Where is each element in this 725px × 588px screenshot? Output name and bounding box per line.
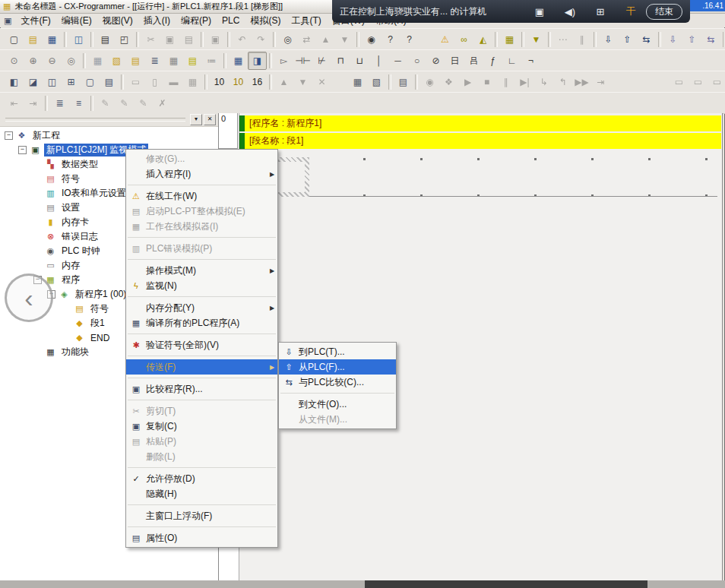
- paste-program-icon[interactable]: ▣: [206, 30, 225, 49]
- work-online-icon[interactable]: ⚠: [435, 30, 454, 49]
- data-display-1-icon[interactable]: ▭: [670, 73, 689, 91]
- menu-simulation[interactable]: 模拟(S): [245, 14, 286, 28]
- menu-tools[interactable]: 工具(T): [286, 14, 326, 28]
- save-file-icon[interactable]: ▦: [43, 30, 62, 49]
- monitor-icon[interactable]: ∞: [454, 30, 473, 49]
- panel-menu-button[interactable]: ▾: [190, 114, 202, 125]
- sim-step-in-icon[interactable]: ↳: [534, 73, 553, 91]
- compare-with-plc-icon[interactable]: ⇆: [637, 30, 656, 49]
- simulator-online-icon[interactable]: ◉: [420, 73, 439, 91]
- menu-item-delete[interactable]: 删除(L): [126, 449, 277, 464]
- tree-expander-icon[interactable]: [5, 131, 13, 140]
- monitor-all-icon[interactable]: ◭: [473, 30, 492, 49]
- ladder-view-icon[interactable]: ▤: [183, 52, 202, 70]
- menu-file[interactable]: 文件(F): [15, 14, 55, 28]
- menu-item-copy[interactable]: ▣ 复制(C): [126, 419, 277, 434]
- submenu-item-from-plc[interactable]: ⇧ 从PLC(F)...: [279, 359, 396, 375]
- save-monitor-settings-icon[interactable]: ▦: [348, 73, 367, 91]
- toggle-properties-icon[interactable]: ▤: [100, 73, 119, 91]
- menu-item-start-plc-pt-simulation[interactable]: ▤ 启动PLC-PT整体模拟(E): [126, 204, 277, 219]
- menu-item-allow-docking[interactable]: ✓ 允许停放(D): [126, 471, 277, 486]
- new-or-contact-icon[interactable]: ⊓: [331, 52, 350, 70]
- comment-view-icon[interactable]: ≔: [202, 52, 221, 70]
- help-icon[interactable]: ?: [381, 30, 400, 49]
- open-file-icon[interactable]: ▤: [24, 30, 43, 49]
- submenu-item-to-file[interactable]: 到文件(O)...: [279, 397, 396, 412]
- toggle-watch-window-icon[interactable]: ◫: [43, 73, 62, 91]
- new-vertical-icon[interactable]: │: [369, 52, 388, 70]
- delete-line-icon[interactable]: ¬: [521, 52, 540, 70]
- find-icon[interactable]: ◎: [278, 30, 297, 49]
- data-display-3-icon[interactable]: ▭: [708, 73, 725, 91]
- force-off-icon[interactable]: ▼: [293, 73, 312, 91]
- toggle-output-window-icon[interactable]: ◪: [24, 73, 43, 91]
- download-to-plc-icon[interactable]: ⇩: [599, 30, 618, 49]
- cut-icon[interactable]: ✂: [141, 30, 160, 49]
- monitor-window-2-icon[interactable]: ▯: [145, 73, 164, 91]
- find-in-project-icon[interactable]: ◫: [69, 30, 88, 49]
- toggle-cross-reference-icon[interactable]: ⊞: [62, 73, 81, 91]
- overview-icon[interactable]: ▧: [107, 52, 126, 70]
- menu-item-monitor[interactable]: ϟ 监视(N): [126, 278, 277, 293]
- rung-annotation-list-icon[interactable]: ≣: [50, 94, 69, 112]
- sim-run-icon[interactable]: ▶: [458, 73, 477, 91]
- menu-item-validate-symbols[interactable]: ✱ 验证符号(全部)(V): [126, 337, 277, 352]
- new-horizontal-icon[interactable]: ─: [388, 52, 407, 70]
- section-list-icon[interactable]: ▦: [164, 52, 183, 70]
- submenu-item-compare-with-plc[interactable]: ⇆ 与PLC比较(C)...: [279, 375, 396, 390]
- menu-plc[interactable]: PLC: [217, 14, 245, 27]
- new-or-closed-contact-icon[interactable]: ⊔: [350, 52, 369, 70]
- hex-monitor-icon[interactable]: 16: [248, 73, 267, 91]
- print-preview-icon[interactable]: ◰: [115, 30, 134, 49]
- sim-step-out-icon[interactable]: ↰: [553, 73, 572, 91]
- signed-decimal-monitor-icon[interactable]: 10: [229, 73, 248, 91]
- copy-icon[interactable]: ▣: [160, 30, 179, 49]
- collapse-handle[interactable]: ‹: [5, 273, 53, 322]
- tree-item-new-project[interactable]: ❖ 新工程: [0, 128, 218, 143]
- toggle-grid-icon[interactable]: ▦: [88, 52, 107, 70]
- rung-wrap-icon[interactable]: ▤: [126, 52, 145, 70]
- replace-icon[interactable]: ⇄: [297, 30, 316, 49]
- toggle-project-window-icon[interactable]: ◧: [5, 73, 24, 91]
- pause-monitor-icon[interactable]: ∥: [572, 30, 591, 49]
- partial-upload-icon[interactable]: ⇧: [682, 30, 701, 49]
- marker-pen-1-icon[interactable]: ✎: [96, 94, 115, 112]
- address-reference-tool-icon[interactable]: ◨: [248, 52, 267, 70]
- menu-item-compare-program[interactable]: ▣ 比较程序(R)...: [126, 381, 277, 397]
- data-trace-icon[interactable]: ▦: [183, 73, 202, 91]
- new-fb-invocation-icon[interactable]: ƒ: [483, 52, 502, 70]
- marker-pen-3-icon[interactable]: ✎: [134, 94, 153, 112]
- panel-close-button[interactable]: ✕: [204, 114, 216, 125]
- menu-item-float-in-main-window[interactable]: 主窗口上浮动(F): [126, 508, 277, 523]
- new-multiple-instruction-icon[interactable]: 吕: [464, 52, 483, 70]
- menu-view[interactable]: 视图(V): [97, 14, 138, 28]
- tools-icon[interactable]: 干: [616, 5, 646, 18]
- speaker-icon[interactable]: ◀): [555, 6, 585, 17]
- menu-item-modify[interactable]: 修改(G)...: [126, 151, 277, 166]
- sim-stop-icon[interactable]: ■: [477, 73, 496, 91]
- marker-clear-icon[interactable]: ✗: [153, 94, 172, 112]
- menu-program[interactable]: 编程(P): [176, 14, 217, 28]
- comment-list-icon[interactable]: ≡: [69, 94, 88, 112]
- quick-online-transfer-icon[interactable]: ▼: [527, 30, 546, 49]
- connect-line-icon[interactable]: ∟: [502, 52, 521, 70]
- menu-item-memory-allocation[interactable]: 内存分配(Y) ▶: [126, 300, 277, 315]
- zoom-out-icon[interactable]: ⊖: [43, 52, 62, 70]
- sim-pause-icon[interactable]: ∥: [496, 73, 515, 91]
- new-closed-contact-icon[interactable]: ⊬: [312, 52, 331, 70]
- sim-scan-run-icon[interactable]: ⇥: [591, 73, 610, 91]
- new-closed-coil-icon[interactable]: ⊘: [426, 52, 445, 70]
- zoom-custom-icon[interactable]: ◎: [62, 52, 81, 70]
- menu-item-hide[interactable]: 隐藏(H): [126, 486, 277, 501]
- force-cancel-icon[interactable]: ✕: [312, 73, 331, 91]
- end-session-button[interactable]: 结束: [646, 4, 682, 20]
- menu-item-cut[interactable]: ✂ 剪切(T): [126, 403, 277, 419]
- partial-compare-icon[interactable]: ⇆: [701, 30, 720, 49]
- monitor-window-1-icon[interactable]: ▭: [126, 73, 145, 91]
- new-instruction-icon[interactable]: 日: [445, 52, 464, 70]
- menu-item-operating-mode[interactable]: 操作模式(M) ▶: [126, 263, 277, 278]
- force-on-icon[interactable]: ▲: [274, 73, 293, 91]
- mnemonic-view-icon[interactable]: ▦: [229, 52, 248, 70]
- find-previous-icon[interactable]: ▲: [316, 30, 335, 49]
- paste-icon[interactable]: ▤: [179, 30, 198, 49]
